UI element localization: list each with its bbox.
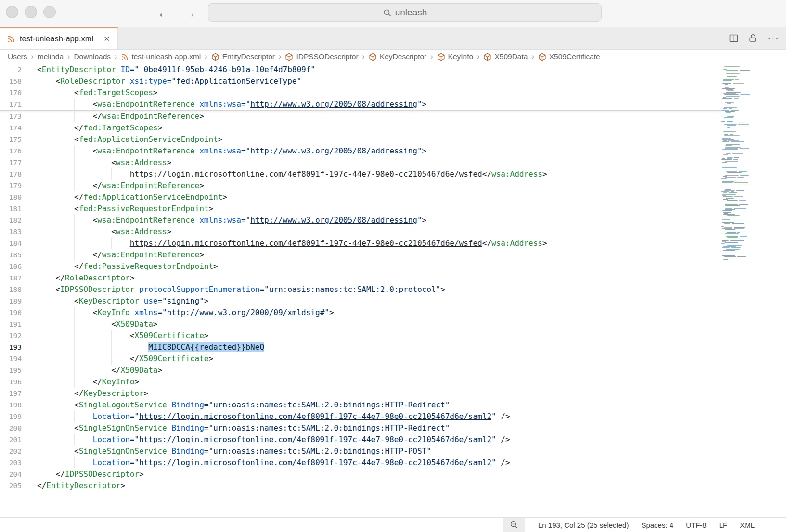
code-line-199[interactable]: 199Location="https://login.microsoftonli… [0,411,786,422]
code-line-186[interactable]: 186</fed:PassiveRequestorEndpoint> [0,261,786,272]
code-line-197[interactable]: 197</KeyDescriptor> [0,388,786,399]
code-line-2[interactable]: 2<EntityDescriptor ID="_0be4911f-95eb-42… [0,64,721,76]
code-line-183[interactable]: 183<wsa:Address> [0,226,786,238]
line-number[interactable]: 204 [0,469,22,480]
line-number[interactable]: 2 [0,64,22,76]
minimap[interactable] [720,66,744,262]
line-number[interactable]: 179 [0,180,22,191]
code-line-179[interactable]: 179</wsa:EndpointReference> [0,180,786,191]
breadcrumb-item-idpssodescriptor[interactable]: IDPSSODescriptor [285,52,358,61]
line-number[interactable]: 173 [0,111,22,122]
breadcrumb-item-test-unleash-app-xml[interactable]: test-unleash-app.xml [121,52,201,61]
line-number[interactable]: 205 [0,480,22,492]
line-number[interactable]: 196 [0,376,22,388]
more-actions-icon[interactable]: ··· [767,33,779,43]
line-number[interactable]: 198 [0,399,22,411]
line-number[interactable]: 176 [0,145,22,157]
unlock-icon[interactable] [748,33,758,43]
code-line-192[interactable]: 192<X509Certificate> [0,330,786,342]
code-line-177[interactable]: 177<wsa:Address> [0,157,786,168]
line-number[interactable]: 190 [0,307,22,318]
code-line-198[interactable]: 198<SingleLogoutService Binding="urn:oas… [0,399,786,411]
language-mode-status[interactable]: XML [734,521,761,529]
breadcrumb-item-keyinfo[interactable]: KeyInfo [437,52,474,61]
code-line-204[interactable]: 204</IDPSSODescriptor> [0,469,786,480]
code-line-178[interactable]: 178https://login.microsoftonline.com/4ef… [0,168,786,180]
code-line-205[interactable]: 205</EntityDescriptor> [0,480,786,492]
split-editor-icon[interactable] [729,34,738,42]
line-number[interactable]: 180 [0,191,22,203]
line-number[interactable]: 182 [0,215,22,226]
eol-status[interactable]: LF [713,521,734,529]
code-line-201[interactable]: 201Location="https://login.microsoftonli… [0,434,786,445]
breadcrumb-item-entitydescriptor[interactable]: EntityDescriptor [211,52,275,61]
line-number[interactable]: 171 [0,99,22,110]
line-number[interactable]: 203 [0,457,22,469]
close-window-button[interactable] [6,6,18,18]
code-line-174[interactable]: 174</fed:TargetScopes> [0,122,786,134]
tab-test-unleash-app-xml[interactable]: test-unleash-app.xml ✕ [0,27,118,49]
code-line-188[interactable]: 188<IDPSSODescriptor protocolSupportEnum… [0,284,786,295]
line-number[interactable]: 192 [0,330,22,342]
code-line-173[interactable]: 173</wsa:EndpointReference> [0,111,786,122]
breadcrumb-item-keydescriptor[interactable]: KeyDescriptor [369,52,426,61]
code-line-176[interactable]: 176<wsa:EndpointReference xmlns:wsa="htt… [0,145,786,157]
code-line-187[interactable]: 187</RoleDescriptor> [0,272,786,284]
code-line-191[interactable]: 191<X509Data> [0,318,786,330]
code-line-196[interactable]: 196</KeyInfo> [0,376,786,388]
code-line-181[interactable]: 181<fed:PassiveRequestorEndpoint> [0,203,786,215]
breadcrumb-item-downloads[interactable]: Downloads [74,52,111,61]
line-number[interactable]: 191 [0,318,22,330]
code-line-190[interactable]: 190<KeyInfo xmlns="http://www.w3.org/200… [0,307,786,318]
line-number[interactable]: 194 [0,353,22,365]
line-number[interactable]: 183 [0,226,22,238]
line-number[interactable]: 199 [0,411,22,422]
breadcrumb-item-users[interactable]: Users [8,52,27,61]
line-number[interactable]: 200 [0,422,22,434]
code-line-195[interactable]: 195</X509Data> [0,365,786,376]
line-number[interactable]: 175 [0,134,22,145]
line-number[interactable]: 188 [0,284,22,295]
code-line-170[interactable]: 170<fed:TargetScopes> [0,87,721,99]
line-number[interactable]: 189 [0,295,22,307]
line-number[interactable]: 178 [0,168,22,180]
code-line-194[interactable]: 194</X509Certificate> [0,353,786,365]
sticky-scroll[interactable]: 2<EntityDescriptor ID="_0be4911f-95eb-42… [0,64,721,111]
code-line-158[interactable]: 158<RoleDescriptor xsi:type="fed:Applica… [0,76,721,87]
breadcrumb-item-x509data[interactable]: X509Data [483,52,528,61]
line-number[interactable]: 181 [0,203,22,215]
back-button[interactable]: ← [155,4,172,22]
zoom-out-indicator[interactable] [503,518,525,532]
indentation-status[interactable]: Spaces: 4 [635,521,680,529]
line-number[interactable]: 186 [0,261,22,272]
line-number[interactable]: 193 [0,342,22,353]
breadcrumb-item-x509certificate[interactable]: X509Certificate [538,52,600,61]
line-number[interactable]: 201 [0,434,22,445]
code-line-185[interactable]: 185</wsa:EndpointReference> [0,249,786,261]
command-center-search[interactable]: unleash [208,3,602,22]
line-number[interactable]: 185 [0,249,22,261]
close-tab-icon[interactable]: ✕ [102,34,112,44]
line-number[interactable]: 195 [0,365,22,376]
code-line-184[interactable]: 184https://login.microsoftonline.com/4ef… [0,238,786,249]
code-line-180[interactable]: 180</fed:ApplicationServiceEndpoint> [0,191,786,203]
line-number[interactable]: 197 [0,388,22,399]
line-number[interactable]: 170 [0,87,22,99]
code-line-171[interactable]: 171<wsa:EndpointReference xmlns:wsa="htt… [0,99,721,110]
code-line-202[interactable]: 202<SingleSignOnService Binding="urn:oas… [0,445,786,457]
code-line-203[interactable]: 203Location="https://login.microsoftonli… [0,457,786,469]
code-line-182[interactable]: 182<wsa:EndpointReference xmlns:wsa="htt… [0,215,786,226]
line-number[interactable]: 174 [0,122,22,134]
encoding-status[interactable]: UTF-8 [680,521,713,529]
line-number[interactable]: 202 [0,445,22,457]
editor[interactable]: 2<EntityDescriptor ID="_0be4911f-95eb-42… [0,64,786,517]
code-line-189[interactable]: 189<KeyDescriptor use="signing"> [0,295,786,307]
breadcrumb-item-melinda[interactable]: melinda [38,52,64,61]
line-number[interactable]: 158 [0,76,22,87]
forward-button[interactable]: → [181,4,198,22]
code-line-193[interactable]: 193MIIC8DCCA{{redacted}}bNeQ [0,342,786,353]
minimize-window-button[interactable] [25,6,37,18]
code-line-175[interactable]: 175<fed:ApplicationServiceEndpoint> [0,134,786,145]
code-line-200[interactable]: 200<SingleSignOnService Binding="urn:oas… [0,422,786,434]
line-number[interactable]: 184 [0,238,22,249]
